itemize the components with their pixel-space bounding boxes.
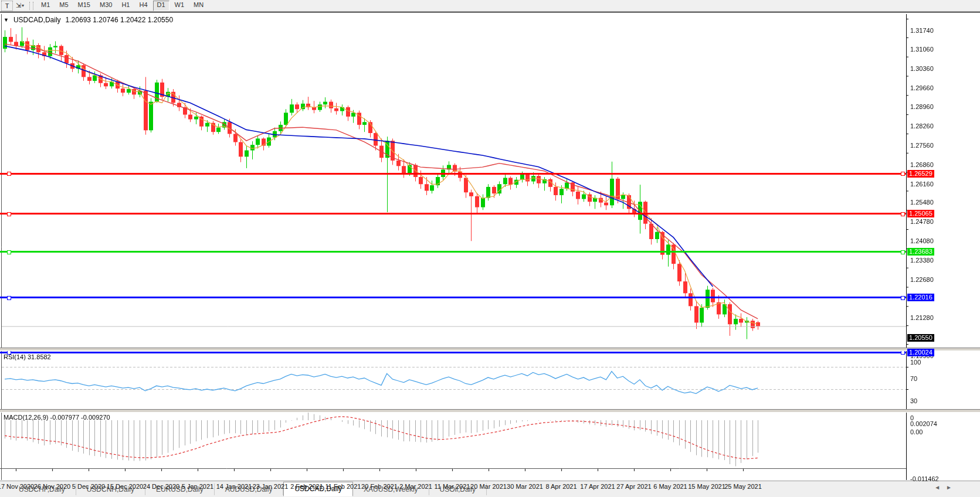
line-handle-right[interactable] bbox=[901, 296, 905, 300]
rsi-axis-100: 100 bbox=[910, 359, 921, 366]
price-tick-label: 1.24080 bbox=[910, 237, 934, 244]
arrow-tools-icon: ⇲ bbox=[16, 2, 21, 9]
horizontal-line-1.23683[interactable] bbox=[0, 251, 906, 253]
date-label: 24 Dec 2020 bbox=[143, 483, 179, 490]
timeframe-button-d1[interactable]: D1 bbox=[153, 1, 169, 11]
price-tick-label: 1.30360 bbox=[910, 65, 934, 72]
timeframe-button-m1[interactable]: M1 bbox=[37, 1, 54, 11]
date-label: 5 Jan 2021 bbox=[182, 483, 213, 490]
date-label: 6 May 2021 bbox=[653, 483, 687, 490]
date-label: 11 Feb 2021 bbox=[325, 483, 361, 490]
rsi-label: RSI(14) 31.8582 bbox=[4, 353, 51, 360]
line-handle-left[interactable] bbox=[7, 172, 11, 176]
price-tick-label: 1.29660 bbox=[910, 84, 934, 91]
date-label: 14 Jan 2021 bbox=[216, 483, 252, 490]
price-tick-label: 1.28260 bbox=[910, 122, 934, 130]
date-label: 11 Mar 2021 bbox=[435, 483, 470, 490]
macd-label: MACD(12,26,9) -0.007977 -0.009270 bbox=[4, 414, 110, 421]
date-label: 15 May 2021 bbox=[688, 483, 725, 490]
date-label: 17 Nov 2020 bbox=[0, 483, 34, 490]
price-line-badge: 1.23683 bbox=[907, 248, 934, 256]
line-handle-right[interactable] bbox=[901, 172, 905, 176]
price-tick-label: 1.24780 bbox=[910, 218, 934, 225]
macd-axis-min: -0.011462 bbox=[910, 475, 939, 482]
date-label: 17 Apr 2021 bbox=[580, 483, 615, 490]
line-handle-right[interactable] bbox=[901, 250, 905, 254]
symbol-dropdown-arrow-icon[interactable]: ▼ bbox=[4, 17, 9, 23]
toolbar-separator bbox=[29, 2, 33, 10]
date-label: 5 Dec 2020 bbox=[72, 483, 105, 490]
price-tick-label: 1.21280 bbox=[910, 314, 934, 321]
horizontal-line-1.20024[interactable] bbox=[0, 352, 906, 353]
price-line-badge: 1.22016 bbox=[907, 294, 934, 301]
date-label: 2 Feb 2021 bbox=[290, 483, 323, 490]
price-tick-label: 1.26160 bbox=[910, 181, 934, 188]
horizontal-line-1.26529[interactable] bbox=[0, 173, 906, 175]
timeframe-button-m5[interactable]: M5 bbox=[55, 1, 72, 11]
price-tick-label: 1.31740 bbox=[910, 27, 934, 34]
text-tool-button[interactable]: T bbox=[1, 1, 13, 11]
top-toolbar: T ⇲ ▾ M1M5M15M30H1H4D1W1MN bbox=[0, 0, 980, 12]
scroll-right-icon[interactable]: ► bbox=[946, 484, 958, 491]
date-label: 8 Apr 2021 bbox=[545, 483, 577, 490]
arrow-tools-button[interactable]: ⇲ ▾ bbox=[14, 1, 26, 11]
date-label: 26 Nov 2020 bbox=[34, 483, 70, 490]
price-tick-label: 1.23380 bbox=[910, 257, 934, 264]
chevron-down-icon[interactable]: ▾ bbox=[22, 3, 24, 8]
price-line-badge: 1.20024 bbox=[907, 349, 934, 356]
timeframe-button-w1[interactable]: W1 bbox=[171, 1, 189, 11]
price-tick-label: 1.26860 bbox=[910, 161, 934, 168]
timeframe-button-m30[interactable]: M30 bbox=[96, 1, 116, 11]
price-tick-label: 1.28960 bbox=[910, 103, 934, 110]
ohlc-values: 1.20693 1.20746 1.20422 1.20550 bbox=[66, 16, 174, 24]
rsi-value: 31.8582 bbox=[28, 353, 51, 360]
line-handle-left[interactable] bbox=[7, 250, 11, 254]
date-label: 25 May 2021 bbox=[724, 483, 762, 490]
line-handle-right[interactable] bbox=[901, 212, 905, 216]
timeframe-button-h4[interactable]: H4 bbox=[135, 1, 151, 11]
macd-values: -0.007977 -0.009270 bbox=[50, 414, 110, 421]
price-tick-label: 1.25480 bbox=[910, 199, 934, 206]
price-line-badge: 1.25065 bbox=[907, 210, 934, 217]
horizontal-line-1.22016[interactable] bbox=[0, 297, 906, 298]
timeframe-button-m15[interactable]: M15 bbox=[74, 1, 94, 11]
tab-scroll-arrows: ◄► bbox=[934, 484, 958, 491]
price-tick-label: 1.27560 bbox=[910, 142, 934, 149]
price-line-badge: 1.26529 bbox=[907, 170, 934, 178]
date-label: 20 Mar 2021 bbox=[470, 483, 507, 490]
timeframe-toolbar: M1M5M15M30H1H4D1W1MN bbox=[37, 1, 208, 11]
trading-terminal-window: T ⇲ ▾ M1M5M15M30H1H4D1W1MN ▼ USDCAD,Dail… bbox=[0, 0, 980, 497]
scroll-left-icon[interactable]: ◄ bbox=[934, 484, 946, 491]
date-label: 2 Mar 2021 bbox=[399, 483, 432, 490]
date-label: 20 Feb 2021 bbox=[361, 483, 398, 490]
date-label: 23 Jan 2021 bbox=[253, 483, 289, 490]
symbol-title: USDCAD,Daily bbox=[13, 16, 61, 24]
rsi-axis-30: 30 bbox=[910, 397, 917, 404]
line-handle-right[interactable] bbox=[901, 350, 905, 355]
timeframe-button-h1[interactable]: H1 bbox=[117, 1, 134, 11]
current-price-badge: 1.20550 bbox=[907, 334, 934, 342]
horizontal-line-1.25065[interactable] bbox=[0, 213, 906, 215]
rsi-axis-70: 70 bbox=[910, 375, 917, 382]
date-label: 27 Apr 2021 bbox=[616, 483, 651, 490]
macd-axis-max: 0.002074 bbox=[910, 420, 937, 427]
line-handle-left[interactable] bbox=[7, 212, 11, 216]
price-tick-label: 1.22680 bbox=[910, 276, 934, 283]
chart-title: ▼ USDCAD,Daily 1.20693 1.20746 1.20422 1… bbox=[4, 16, 173, 24]
price-tick-label: 1.31060 bbox=[910, 46, 934, 53]
timeframe-button-mn[interactable]: MN bbox=[189, 1, 208, 11]
rsi-pane-divider[interactable] bbox=[0, 348, 980, 351]
macd-axis-zero: 0.00 bbox=[910, 428, 923, 435]
macd-pane-divider[interactable] bbox=[0, 409, 980, 413]
date-label: 30 Mar 2021 bbox=[507, 483, 543, 490]
date-label: 15 Dec 2020 bbox=[107, 483, 143, 490]
chart-window: ▼ USDCAD,Daily 1.20693 1.20746 1.20422 1… bbox=[0, 12, 980, 481]
line-handle-left[interactable] bbox=[7, 296, 11, 300]
